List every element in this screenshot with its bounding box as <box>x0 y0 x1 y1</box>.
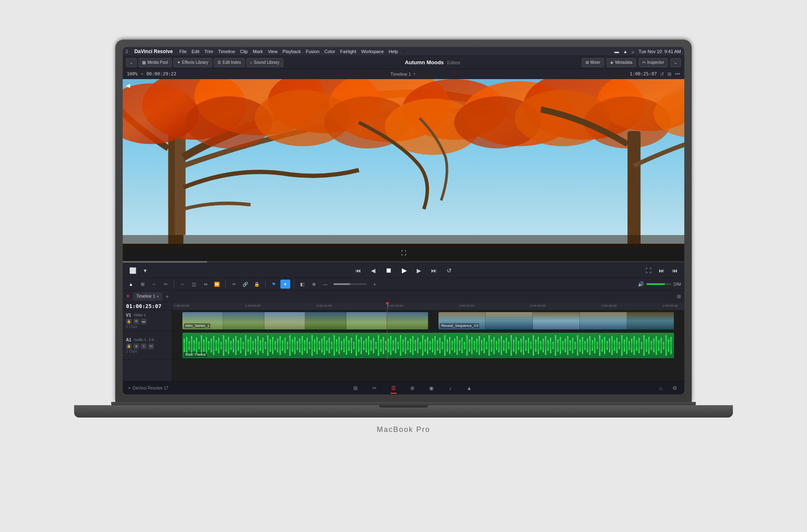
menu-trim[interactable]: Trim <box>204 49 213 54</box>
dock-settings-icon[interactable]: ⚙ <box>670 384 679 393</box>
solo-audio-icon[interactable]: S <box>141 343 147 349</box>
menu-fairlight[interactable]: Fairlight <box>340 49 356 54</box>
zoom-fit-button[interactable]: ⊕ <box>309 280 319 289</box>
link-button[interactable]: 🔗 <box>240 280 250 289</box>
edit-trim-button[interactable]: ⊞ <box>138 280 147 289</box>
skip-to-end-icon[interactable]: ⏭ <box>429 266 439 275</box>
dock-color-icon[interactable]: ◉ <box>427 384 436 393</box>
video-clip-1[interactable]: Intro_Series_1 <box>182 312 428 329</box>
mixer-icon: ⊞ <box>585 60 589 65</box>
razor-button[interactable]: ✂ <box>229 280 239 289</box>
film-track-icon[interactable]: ▬ <box>141 319 147 324</box>
menu-workspace[interactable]: Workspace <box>361 49 384 54</box>
play-icon[interactable]: ▶ <box>399 265 409 276</box>
prev-frame-icon[interactable]: ◀ <box>126 82 130 89</box>
fullscreen-icon[interactable]: ⛶ <box>401 250 406 256</box>
timeline-close-icon[interactable]: ✕ <box>126 294 130 299</box>
svg-rect-165 <box>530 342 532 349</box>
skip-to-start-icon[interactable]: ⏮ <box>353 266 364 275</box>
step-forward-icon[interactable]: ▶ <box>414 266 424 275</box>
zoom-slider[interactable] <box>334 283 366 285</box>
menu-mark[interactable]: Mark <box>253 49 263 54</box>
sound-library-button[interactable]: ♪ Sound Library <box>246 58 283 67</box>
slip-tool-button[interactable]: ↔ <box>177 280 187 289</box>
effects-library-button[interactable]: ✦ Effects Library <box>173 58 212 67</box>
add-timeline-button[interactable]: + <box>166 293 169 300</box>
inspector-button[interactable]: ✂ Inspector <box>639 58 668 67</box>
loop-icon[interactable]: ↺ <box>660 71 664 77</box>
full-screen-player-icon[interactable]: ⛶ <box>643 266 654 275</box>
flag-button[interactable]: ⚑ <box>269 280 279 289</box>
next-clip-icon[interactable]: ⏭ <box>656 266 667 275</box>
menu-help[interactable]: Help <box>389 49 398 54</box>
active-indicator <box>390 393 397 394</box>
zoom-chevron[interactable]: ▾ <box>141 72 143 76</box>
menu-timeline[interactable]: Timeline <box>218 49 235 54</box>
menu-fusion[interactable]: Fusion <box>306 49 320 54</box>
svg-rect-56 <box>262 338 264 353</box>
track-label-header: V1 Video 1 <box>126 313 168 317</box>
timeline-tab-1[interactable]: Timeline 1 ▾ <box>133 292 162 301</box>
swap-tool-button[interactable]: ⇔ <box>201 280 210 289</box>
color-tag-button[interactable]: ▾ <box>280 280 290 289</box>
monitor-icon[interactable]: ▾ <box>141 266 149 275</box>
more-options-icon[interactable]: ••• <box>675 71 680 77</box>
video-clip-2[interactable]: Reveal_Sequence_V3 <box>438 312 674 329</box>
dock-home-icon[interactable]: ⌂ <box>656 384 665 393</box>
svg-rect-129 <box>442 342 443 349</box>
dock-cut-icon[interactable]: ✂ <box>370 384 379 393</box>
prev-clip-icon[interactable]: ⏮ <box>669 266 680 275</box>
menu-clip[interactable]: Clip <box>240 49 248 54</box>
timeline-collapse-icon[interactable]: ⊞ <box>677 294 681 299</box>
svg-rect-61 <box>275 341 276 350</box>
lock-button[interactable]: 🔒 <box>252 280 262 289</box>
stop-icon[interactable]: ⏹ <box>383 265 394 276</box>
svg-rect-106 <box>385 341 386 350</box>
slide-tool-button[interactable]: ◫ <box>189 280 199 289</box>
audio-clip-1[interactable]: Main Theme <box>182 333 674 358</box>
view-options-icon[interactable]: ⊞ <box>667 71 672 77</box>
blade-edit-button[interactable]: ✂ <box>161 280 170 289</box>
eye-track-icon[interactable]: 👁 <box>133 319 139 324</box>
snap-button[interactable]: ◧ <box>297 280 307 289</box>
svg-rect-43 <box>230 341 231 350</box>
menu-view[interactable]: View <box>268 49 278 54</box>
lock-audio-icon[interactable]: 🔒 <box>126 343 132 349</box>
svg-rect-147 <box>486 342 487 349</box>
metadata-button[interactable]: ◈ Metadata <box>606 58 636 67</box>
svg-rect-122 <box>424 339 426 352</box>
panel-collapse-button[interactable]: ⌄ <box>126 58 137 67</box>
menu-edit[interactable]: Edit <box>191 49 199 54</box>
media-pool-button[interactable]: ▦ Media Pool <box>138 58 172 67</box>
dock-audio-icon[interactable]: ♪ <box>446 384 455 393</box>
loop-playback-icon[interactable]: ↺ <box>444 266 454 275</box>
zoom-in-button[interactable]: + <box>370 280 380 289</box>
monitor-audio-icon[interactable]: ◈ <box>133 343 139 349</box>
menu-color[interactable]: Color <box>324 49 335 54</box>
mute-audio-icon[interactable]: M <box>148 343 154 349</box>
dock-fusion-icon[interactable]: ⊕ <box>408 384 417 393</box>
dynamic-trim-button[interactable]: ↔ <box>149 280 159 289</box>
retime-button[interactable]: ⏩ <box>212 280 222 289</box>
svg-rect-28 <box>194 340 195 351</box>
select-tool-button[interactable]: ▲ <box>126 280 136 289</box>
svg-rect-107 <box>387 338 389 352</box>
svg-rect-162 <box>523 336 524 355</box>
zoom-out-button[interactable]: — <box>320 280 330 289</box>
menu-playback[interactable]: Playback <box>282 49 301 54</box>
dock-deliver-icon[interactable]: ▲ <box>465 384 474 393</box>
svg-rect-154 <box>503 340 504 351</box>
svg-rect-111 <box>397 342 399 349</box>
step-back-icon[interactable]: ◀ <box>369 266 378 275</box>
menu-file[interactable]: File <box>180 49 187 54</box>
edit-index-button[interactable]: ☰ Edit Index <box>214 58 245 67</box>
lock-track-icon[interactable]: 🔒 <box>126 319 132 324</box>
dock-edit-icon[interactable]: ☰ <box>389 384 398 393</box>
panel-right-button[interactable]: ⌄ <box>670 58 681 67</box>
timeline-chevron-icon[interactable]: ▾ <box>413 72 415 76</box>
mixer-button[interactable]: ⊞ Mixer <box>582 58 604 67</box>
clip-view-icon[interactable]: ⬜ <box>127 266 139 275</box>
volume-slider[interactable] <box>646 283 671 285</box>
dock-media-icon[interactable]: ⊞ <box>351 384 360 393</box>
ruler-mark-7: 1:00:56:00 <box>662 304 678 308</box>
